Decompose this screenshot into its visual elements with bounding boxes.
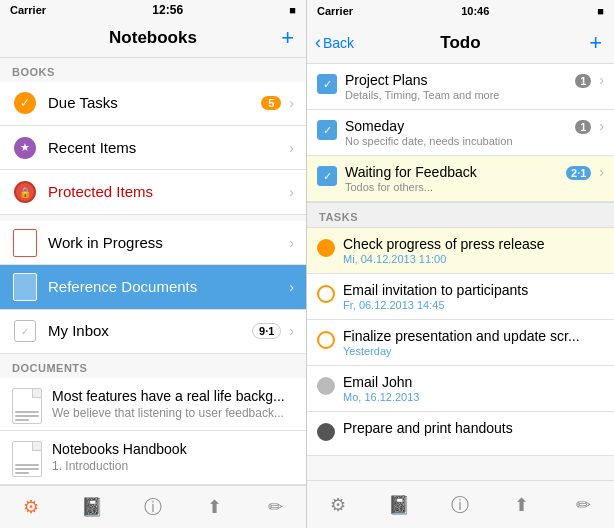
due-tasks-item[interactable]: ✓ Due Tasks 5 ›: [0, 82, 306, 126]
waiting-feedback-checkbox[interactable]: ✓: [317, 166, 337, 186]
books-section-header: BOOKS: [0, 58, 306, 82]
right-battery: ■: [597, 5, 604, 17]
documents-section-header: DOCUMENTS: [0, 354, 306, 378]
finalize-title: Finalize presentation and update scr...: [343, 328, 580, 344]
recent-items-content: Recent Items: [48, 139, 285, 157]
info-btn[interactable]: ⓘ: [133, 487, 173, 527]
email-invitation-item[interactable]: Email invitation to participants Fr, 06.…: [307, 274, 614, 320]
someday-checkbox[interactable]: ✓: [317, 120, 337, 140]
someday-subtitle: No specific date, needs incubation: [345, 135, 575, 147]
work-chevron: ›: [289, 235, 294, 251]
check-progress-dot: [317, 239, 335, 257]
tasks-section-header: TASKS: [307, 202, 614, 228]
check-progress-title: Check progress of press release: [343, 236, 545, 252]
right-info-btn[interactable]: ⓘ: [440, 485, 480, 525]
right-add-button[interactable]: +: [589, 30, 602, 56]
right-share-btn[interactable]: ⬆: [502, 485, 542, 525]
waiting-feedback-badge: 2·1: [566, 166, 591, 180]
work-notebook-title: Work in Progress: [48, 234, 163, 251]
email-invitation-dot: [317, 285, 335, 303]
recent-items-item[interactable]: ★ Recent Items ›: [0, 126, 306, 170]
back-label: Back: [323, 35, 354, 51]
right-nav-title: Todo: [440, 33, 480, 53]
recent-items-title: Recent Items: [48, 139, 136, 156]
waiting-feedback-chevron: ›: [599, 164, 604, 180]
recent-items-icon: ★: [12, 135, 38, 161]
doc1-content: Most features have a real life backg... …: [52, 388, 285, 420]
doc2-icon: [12, 441, 42, 477]
protected-items-item[interactable]: 🔒 Protected Items ›: [0, 170, 306, 214]
check-progress-item[interactable]: Check progress of press release Mi, 04.1…: [307, 228, 614, 274]
waiting-feedback-title: Waiting for Feedback: [345, 164, 566, 180]
inbox-box-icon: ✓: [14, 320, 36, 342]
doc2-content: Notebooks Handbook 1. Introduction: [52, 441, 187, 473]
project-plans-badge: 1: [575, 74, 591, 88]
finalize-dot: [317, 331, 335, 349]
someday-badge: 1: [575, 120, 591, 134]
edit-btn[interactable]: ✏: [255, 487, 295, 527]
someday-chevron: ›: [599, 118, 604, 134]
right-edit-btn[interactable]: ✏: [563, 485, 603, 525]
prepare-handouts-dot: [317, 423, 335, 441]
doc1-item[interactable]: Most features have a real life backg... …: [0, 378, 306, 431]
someday-item[interactable]: ✓ Someday No specific date, needs incuba…: [307, 110, 614, 156]
share-btn[interactable]: ⬆: [194, 487, 234, 527]
reference-notebook-icon: [12, 274, 38, 300]
right-time: 10:46: [461, 5, 489, 17]
someday-content: Someday No specific date, needs incubati…: [345, 118, 575, 147]
back-button[interactable]: ‹ Back: [315, 32, 354, 53]
waiting-feedback-content: Waiting for Feedback Todos for others...: [345, 164, 566, 193]
email-john-dot: [317, 377, 335, 395]
reference-docs-item[interactable]: Reference Documents ›: [0, 265, 306, 309]
settings-btn[interactable]: ⚙: [11, 487, 51, 527]
reference-docs-title: Reference Documents: [48, 278, 197, 295]
someday-title: Someday: [345, 118, 575, 134]
protected-items-title: Protected Items: [48, 183, 153, 200]
reference-chevron: ›: [289, 279, 294, 295]
blue-notebook-icon: [13, 273, 37, 301]
finalize-subtitle: Yesterday: [343, 345, 580, 357]
protected-items-content: Protected Items: [48, 183, 285, 201]
right-nav-bar: ‹ Back Todo +: [307, 22, 614, 64]
waiting-feedback-item[interactable]: ✓ Waiting for Feedback Todos for others.…: [307, 156, 614, 202]
notebooks-btn[interactable]: 📓: [72, 487, 112, 527]
back-chevron-icon: ‹: [315, 32, 321, 53]
work-notebook-content: Work in Progress: [48, 234, 285, 252]
left-status-bar: Carrier 12:56 ■: [0, 0, 306, 20]
circle-star-icon: ★: [14, 137, 36, 159]
project-plans-title: Project Plans: [345, 72, 575, 88]
protected-items-icon: 🔒: [12, 179, 38, 205]
prepare-handouts-title: Prepare and print handouts: [343, 420, 513, 436]
doc2-item[interactable]: Notebooks Handbook 1. Introduction: [0, 431, 306, 484]
my-inbox-content: My Inbox: [48, 322, 252, 340]
circle-lock-icon: 🔒: [14, 181, 36, 203]
check-progress-subtitle: Mi, 04.12.2013 11:00: [343, 253, 545, 265]
doc1-icon: [12, 388, 42, 424]
due-tasks-content: Due Tasks: [48, 94, 261, 112]
right-status-bar: Carrier 10:46 ■: [307, 0, 614, 22]
email-john-subtitle: Mo, 16.12.2013: [343, 391, 419, 403]
finalize-presentation-item[interactable]: Finalize presentation and update scr... …: [307, 320, 614, 366]
my-inbox-badge: 9·1: [252, 323, 281, 339]
due-tasks-badge: 5: [261, 96, 281, 110]
project-plans-item[interactable]: ✓ Project Plans Details, Timing, Team an…: [307, 64, 614, 110]
recent-items-chevron: ›: [289, 140, 294, 156]
work-in-progress-item[interactable]: Work in Progress ›: [0, 221, 306, 265]
prepare-handouts-item[interactable]: Prepare and print handouts: [307, 412, 614, 456]
right-notebooks-btn[interactable]: 📓: [379, 485, 419, 525]
doc1-title: Most features have a real life backg...: [52, 388, 285, 404]
my-inbox-item[interactable]: ✓ My Inbox 9·1 ›: [0, 310, 306, 354]
due-tasks-chevron: ›: [289, 95, 294, 111]
left-time: 12:56: [152, 3, 183, 17]
protected-items-chevron: ›: [289, 184, 294, 200]
project-plans-checkbox[interactable]: ✓: [317, 74, 337, 94]
email-invitation-content: Email invitation to participants Fr, 06.…: [343, 282, 528, 311]
right-settings-btn[interactable]: ⚙: [318, 485, 358, 525]
right-panel: Carrier 10:46 ■ ‹ Back Todo + ✓ Project …: [307, 0, 614, 528]
my-inbox-chevron: ›: [289, 323, 294, 339]
waiting-feedback-subtitle: Todos for others...: [345, 181, 566, 193]
email-john-item[interactable]: Email John Mo, 16.12.2013: [307, 366, 614, 412]
left-add-button[interactable]: +: [281, 25, 294, 51]
doc1-subtitle: We believe that listening to user feedba…: [52, 406, 285, 420]
right-list: ✓ Project Plans Details, Timing, Team an…: [307, 64, 614, 480]
